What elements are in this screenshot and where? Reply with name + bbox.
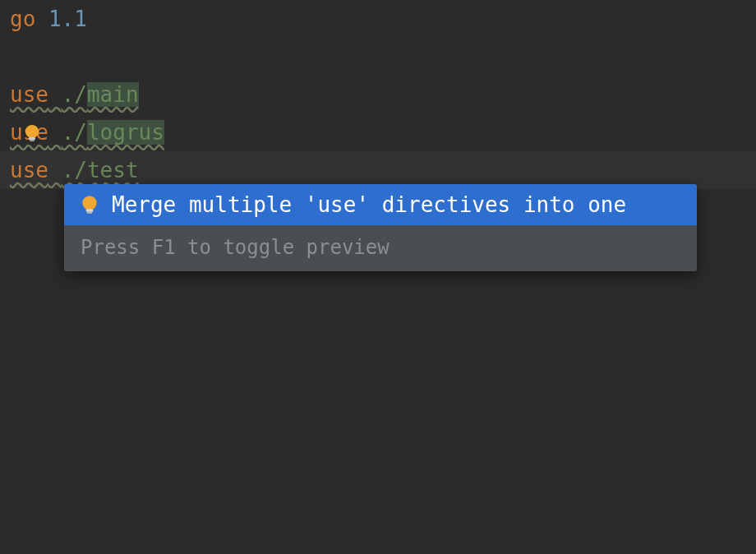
svg-rect-1 (29, 137, 35, 140)
keyword-go: go (10, 7, 35, 31)
use-path: ./main (48, 82, 139, 107)
intention-action-merge-use[interactable]: Merge multiple 'use' directives into one (64, 184, 697, 225)
code-line-blank[interactable] (10, 38, 756, 76)
keyword-use: use (10, 158, 48, 182)
lightbulb-icon (22, 123, 42, 143)
svg-point-3 (82, 196, 96, 210)
code-editor[interactable]: go 1.1 use ./main use ./logrus use ./tes… (0, 0, 756, 554)
intention-popup-hint: Press F1 to toggle preview (64, 225, 697, 271)
lightbulb-icon (79, 194, 100, 215)
code-line[interactable]: use ./logrus (10, 113, 756, 151)
intention-action-label: Merge multiple 'use' directives into one (112, 191, 626, 219)
svg-point-0 (25, 125, 39, 138)
svg-rect-2 (30, 140, 35, 141)
keyword-use: use (10, 82, 48, 107)
intention-bulb-gutter[interactable] (22, 123, 42, 143)
use-path: ./logrus (48, 120, 164, 145)
code-line[interactable]: use ./main (10, 76, 756, 113)
svg-rect-4 (86, 209, 94, 211)
code-line[interactable]: go 1.1 (10, 0, 756, 38)
svg-rect-5 (87, 212, 93, 214)
use-path: ./test (48, 158, 139, 182)
go-version: 1.1 (48, 7, 87, 31)
intention-popup: Merge multiple 'use' directives into one… (64, 184, 697, 271)
